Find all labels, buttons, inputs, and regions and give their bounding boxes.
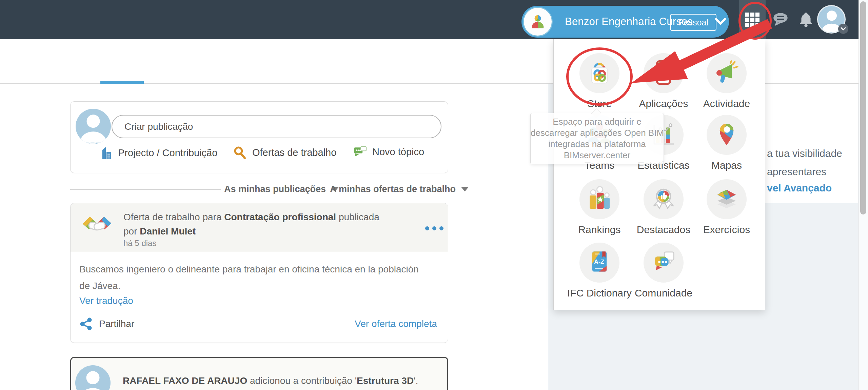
app-actividade[interactable]: Actividade: [691, 53, 762, 109]
grid-icon: [745, 13, 760, 27]
chevron-down-icon: [715, 17, 726, 27]
action-label: Projecto / Contribuição: [118, 147, 217, 159]
rankings-icon: [587, 186, 612, 212]
mobile-apps-icon: [652, 60, 675, 87]
account-type-badge: Pessoal: [670, 14, 716, 31]
messages-button[interactable]: [769, 0, 793, 39]
user-avatar: [75, 365, 111, 390]
post-body-text: Buscamos ingeniero o delineante para tra…: [79, 261, 425, 294]
account-switcher[interactable]: Benzor Engenharia Cursos Pessoal: [521, 6, 729, 38]
scrollbar-track[interactable]: [859, 0, 868, 390]
new-topic-button[interactable]: Novo tópico: [353, 145, 424, 159]
apps-grid-button[interactable]: [739, 0, 766, 39]
chevron-down-icon: [841, 27, 846, 31]
create-post-input[interactable]: [112, 115, 441, 138]
filter-label: As minhas publicações: [224, 184, 326, 194]
magnifier-icon: [233, 145, 248, 160]
app-ifc-dictionary[interactable]: A-Z IFC Dictionary: [564, 243, 635, 299]
active-tab-underline: [100, 81, 144, 84]
dictionary-icon: A-Z: [588, 249, 611, 276]
svg-text:A-Z: A-Z: [594, 259, 604, 265]
app-destacados[interactable]: Destacados: [628, 179, 699, 235]
more-options-button[interactable]: [425, 226, 443, 230]
filter-my-job-offers[interactable]: A minhas ofertas de trabalho: [330, 184, 469, 194]
app-label: Comunidade: [628, 287, 699, 299]
post-timestamp: há 5 dias: [123, 239, 156, 248]
notifications-button[interactable]: [794, 0, 818, 39]
filter-label: A minhas ofertas de trabalho: [330, 184, 456, 194]
feed-divider: [70, 189, 221, 190]
app-comunidade[interactable]: Comunidade: [628, 243, 699, 299]
sidebar-text-fragment: a tua visibilidade: [767, 148, 842, 159]
view-full-offer-link[interactable]: Ver oferta completa: [355, 319, 437, 329]
user-avatar: [76, 109, 111, 144]
handshake-icon: [81, 211, 113, 243]
green-chat-icon: [353, 145, 368, 159]
megaphone-icon: [714, 60, 739, 86]
app-label: Aplicações: [628, 98, 699, 109]
chat-icon: [772, 12, 790, 27]
store-icon: [586, 59, 613, 87]
share-label: Partilhar: [99, 319, 134, 329]
bell-icon: [798, 11, 814, 28]
app-label: Destacados: [628, 224, 699, 235]
post-title: Oferta de trabalho para Contratação prof…: [123, 210, 395, 239]
share-button[interactable]: Partilhar: [79, 317, 134, 331]
profile-menu-chevron[interactable]: [838, 24, 848, 34]
app-label: Actividade: [691, 98, 762, 109]
activity-card: RAFAEL FAXO DE ARAUJO adicionou a contri…: [70, 357, 448, 390]
view-translation-link[interactable]: Ver tradução: [79, 295, 133, 306]
action-label: Ofertas de trabalho: [252, 147, 336, 158]
app-label: IFC Dictionary: [564, 287, 635, 299]
job-offers-button[interactable]: Ofertas de trabalho: [233, 145, 336, 160]
app-label: Mapas: [691, 160, 762, 171]
app-label: Store: [564, 98, 635, 109]
app-store[interactable]: Store: [564, 53, 635, 109]
app-mapas[interactable]: Mapas: [691, 115, 762, 171]
building-icon: [100, 145, 113, 161]
medal-thumbs-up-icon: [651, 186, 676, 212]
activity-text: RAFAEL FAXO DE ARAUJO adicionou a contri…: [123, 375, 418, 386]
app-label: Exercícios: [691, 224, 762, 235]
project-contribution-button[interactable]: Projecto / Contribuição: [100, 145, 217, 161]
scrollbar-thumb[interactable]: [860, 1, 866, 214]
layers-icon: [714, 187, 739, 212]
filter-my-posts[interactable]: As minhas publicações: [224, 184, 339, 194]
job-offer-post-card: Oferta de trabalho para Contratação prof…: [70, 203, 448, 343]
map-pin-icon: [715, 121, 738, 148]
create-post-card: Projecto / Contribuição Ofertas de traba…: [70, 101, 448, 173]
app-label: Rankings: [564, 224, 635, 235]
sidebar-text-fragment: apresentares: [767, 166, 826, 178]
app-aplicacoes[interactable]: Aplicações: [628, 53, 699, 109]
app-rankings[interactable]: Rankings: [564, 179, 635, 235]
share-icon: [79, 317, 93, 331]
account-avatar: [523, 7, 553, 37]
store-tooltip: Espaço para adquirir e descarregar aplic…: [530, 113, 664, 164]
advanced-level-link[interactable]: vel Avançado: [767, 182, 832, 194]
chat-bubbles-icon: [651, 250, 676, 275]
chevron-down-icon: [461, 187, 469, 191]
app-exercicios[interactable]: Exercícios: [691, 179, 762, 235]
top-navbar: Benzor Engenharia Cursos Pessoal: [0, 0, 868, 39]
post-header: Oferta de trabalho para Contratação prof…: [71, 203, 448, 252]
action-label: Novo tópico: [372, 146, 424, 158]
